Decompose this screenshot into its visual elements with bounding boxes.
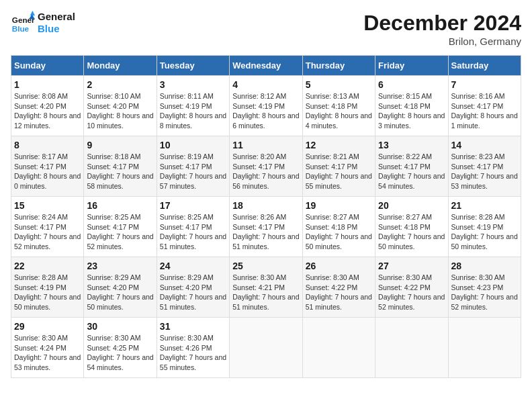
empty-cell — [302, 318, 375, 378]
daylight-label: Daylight: 7 hours and 52 minutes. — [378, 293, 445, 311]
day-number: 7 — [451, 79, 518, 90]
day-info: Sunrise: 8:28 AM Sunset: 4:19 PM Dayligh… — [451, 212, 518, 252]
col-header-monday: Monday — [84, 56, 157, 76]
daylight-label: Daylight: 7 hours and 55 minutes. — [306, 172, 372, 190]
sunrise-label: Sunrise: 8:11 AM — [160, 92, 214, 100]
daylight-label: Daylight: 7 hours and 50 minutes. — [451, 232, 518, 250]
sunrise-label: Sunrise: 8:27 AM — [306, 213, 359, 221]
sunset-label: Sunset: 4:17 PM — [232, 223, 285, 231]
day-number: 10 — [160, 140, 226, 150]
sunrise-label: Sunrise: 8:26 AM — [232, 213, 286, 221]
daylight-label: Daylight: 7 hours and 52 minutes. — [451, 293, 518, 311]
day-number: 25 — [232, 261, 299, 271]
sunset-label: Sunset: 4:17 PM — [87, 163, 139, 171]
calendar-week-5: 29 Sunrise: 8:30 AM Sunset: 4:24 PM Dayl… — [11, 318, 521, 378]
day-cell-11: 11 Sunrise: 8:20 AM Sunset: 4:17 PM Dayl… — [230, 136, 302, 197]
day-cell-17: 17 Sunrise: 8:25 AM Sunset: 4:17 PM Dayl… — [157, 197, 229, 257]
day-info: Sunrise: 8:30 AM Sunset: 4:22 PM Dayligh… — [378, 273, 445, 312]
daylight-label: Daylight: 8 hours and 10 minutes. — [87, 111, 153, 130]
sunset-label: Sunset: 4:23 PM — [451, 283, 504, 291]
empty-cell — [448, 318, 521, 378]
day-info: Sunrise: 8:27 AM Sunset: 4:18 PM Dayligh… — [306, 212, 372, 252]
sunset-label: Sunset: 4:17 PM — [14, 223, 66, 231]
sunrise-label: Sunrise: 8:30 AM — [160, 334, 214, 342]
sunrise-label: Sunrise: 8:30 AM — [14, 334, 68, 342]
daylight-label: Daylight: 7 hours and 50 minutes. — [378, 232, 445, 250]
day-number: 16 — [87, 200, 153, 211]
sunrise-label: Sunrise: 8:30 AM — [306, 273, 359, 281]
daylight-label: Daylight: 7 hours and 56 minutes. — [232, 172, 299, 190]
sunset-label: Sunset: 4:24 PM — [14, 344, 66, 352]
sunset-label: Sunset: 4:18 PM — [306, 223, 358, 231]
day-info: Sunrise: 8:30 AM Sunset: 4:23 PM Dayligh… — [451, 273, 518, 312]
sunrise-label: Sunrise: 8:24 AM — [14, 213, 68, 221]
daylight-label: Daylight: 8 hours and 6 minutes. — [232, 111, 299, 130]
sunrise-label: Sunrise: 8:15 AM — [378, 92, 432, 100]
day-info: Sunrise: 8:23 AM Sunset: 4:17 PM Dayligh… — [451, 152, 518, 191]
day-cell-19: 19 Sunrise: 8:27 AM Sunset: 4:18 PM Dayl… — [302, 197, 375, 257]
day-number: 20 — [378, 200, 445, 211]
col-header-friday: Friday — [375, 56, 448, 76]
month-title: December 2024 — [363, 11, 521, 36]
daylight-label: Daylight: 8 hours and 12 minutes. — [14, 111, 81, 130]
sunrise-label: Sunrise: 8:30 AM — [451, 273, 505, 281]
day-cell-15: 15 Sunrise: 8:24 AM Sunset: 4:17 PM Dayl… — [11, 197, 84, 257]
sunset-label: Sunset: 4:19 PM — [160, 102, 212, 110]
day-number: 15 — [14, 200, 81, 211]
sunset-label: Sunset: 4:20 PM — [14, 102, 66, 110]
header-row: SundayMondayTuesdayWednesdayThursdayFrid… — [11, 56, 521, 76]
daylight-label: Daylight: 8 hours and 0 minutes. — [14, 172, 81, 190]
day-info: Sunrise: 8:27 AM Sunset: 4:18 PM Dayligh… — [378, 212, 445, 252]
col-header-wednesday: Wednesday — [230, 56, 302, 76]
day-cell-4: 4 Sunrise: 8:12 AM Sunset: 4:19 PM Dayli… — [230, 76, 302, 136]
day-number: 8 — [14, 140, 81, 150]
sunset-label: Sunset: 4:20 PM — [87, 102, 139, 110]
day-info: Sunrise: 8:30 AM Sunset: 4:25 PM Dayligh… — [87, 333, 153, 373]
sunrise-label: Sunrise: 8:16 AM — [451, 92, 505, 100]
day-number: 11 — [232, 140, 299, 150]
calendar-week-3: 15 Sunrise: 8:24 AM Sunset: 4:17 PM Dayl… — [11, 197, 521, 257]
sunrise-label: Sunrise: 8:19 AM — [160, 152, 214, 161]
sunrise-label: Sunrise: 8:29 AM — [160, 273, 214, 281]
daylight-label: Daylight: 7 hours and 50 minutes. — [306, 232, 372, 250]
sunset-label: Sunset: 4:26 PM — [160, 344, 212, 352]
sunset-label: Sunset: 4:17 PM — [160, 223, 212, 231]
daylight-label: Daylight: 7 hours and 54 minutes. — [87, 353, 153, 371]
day-number: 30 — [87, 321, 153, 332]
day-number: 17 — [160, 200, 226, 211]
day-info: Sunrise: 8:26 AM Sunset: 4:17 PM Dayligh… — [232, 212, 299, 252]
day-number: 2 — [87, 79, 153, 90]
sunrise-label: Sunrise: 8:12 AM — [232, 92, 286, 100]
day-cell-5: 5 Sunrise: 8:13 AM Sunset: 4:18 PM Dayli… — [302, 76, 375, 136]
location-subtitle: Brilon, Germany — [363, 36, 521, 47]
daylight-label: Daylight: 7 hours and 50 minutes. — [87, 293, 153, 311]
logo-icon: General Blue — [11, 11, 35, 35]
day-cell-28: 28 Sunrise: 8:30 AM Sunset: 4:23 PM Dayl… — [448, 257, 521, 318]
sunset-label: Sunset: 4:20 PM — [160, 283, 212, 291]
col-header-sunday: Sunday — [11, 56, 84, 76]
day-cell-31: 31 Sunrise: 8:30 AM Sunset: 4:26 PM Dayl… — [157, 318, 229, 378]
day-number: 9 — [87, 140, 153, 150]
sunset-label: Sunset: 4:17 PM — [160, 163, 212, 171]
day-number: 31 — [160, 321, 226, 332]
day-info: Sunrise: 8:13 AM Sunset: 4:18 PM Dayligh… — [306, 91, 372, 131]
day-cell-6: 6 Sunrise: 8:15 AM Sunset: 4:18 PM Dayli… — [375, 76, 448, 136]
col-header-saturday: Saturday — [448, 56, 521, 76]
day-info: Sunrise: 8:30 AM Sunset: 4:21 PM Dayligh… — [232, 273, 299, 312]
day-info: Sunrise: 8:15 AM Sunset: 4:18 PM Dayligh… — [378, 91, 445, 131]
day-info: Sunrise: 8:12 AM Sunset: 4:19 PM Dayligh… — [232, 91, 299, 131]
daylight-label: Daylight: 7 hours and 51 minutes. — [232, 293, 299, 311]
day-cell-16: 16 Sunrise: 8:25 AM Sunset: 4:17 PM Dayl… — [84, 197, 157, 257]
day-cell-14: 14 Sunrise: 8:23 AM Sunset: 4:17 PM Dayl… — [448, 136, 521, 197]
day-cell-27: 27 Sunrise: 8:30 AM Sunset: 4:22 PM Dayl… — [375, 257, 448, 318]
sunrise-label: Sunrise: 8:20 AM — [232, 152, 286, 161]
sunrise-label: Sunrise: 8:21 AM — [306, 152, 359, 161]
daylight-label: Daylight: 7 hours and 57 minutes. — [160, 172, 226, 190]
day-info: Sunrise: 8:28 AM Sunset: 4:19 PM Dayligh… — [14, 273, 81, 312]
logo-line2: Blue — [38, 23, 75, 35]
daylight-label: Daylight: 7 hours and 58 minutes. — [87, 172, 153, 190]
day-cell-12: 12 Sunrise: 8:21 AM Sunset: 4:17 PM Dayl… — [302, 136, 375, 197]
day-cell-20: 20 Sunrise: 8:27 AM Sunset: 4:18 PM Dayl… — [375, 197, 448, 257]
day-info: Sunrise: 8:24 AM Sunset: 4:17 PM Dayligh… — [14, 212, 81, 252]
day-number: 23 — [87, 261, 153, 271]
